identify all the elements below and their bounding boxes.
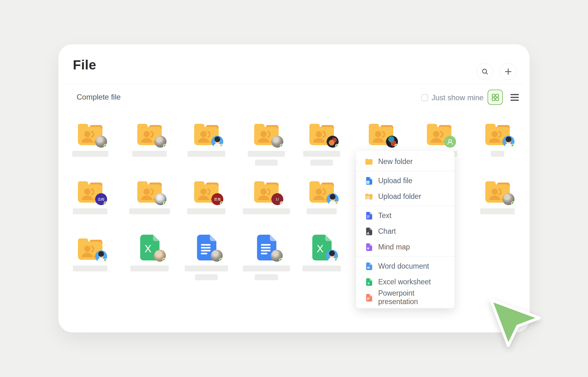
grid-item-folder[interactable]: 世旭 [180,173,233,214]
upload-folder-icon [365,192,373,201]
grid-item-folder[interactable] [471,173,524,214]
status-dot-green [162,258,166,262]
owner-avatar [154,250,166,262]
menu-item-label: Excel worksheet [378,278,431,286]
file-icon-wrap: X [303,230,340,260]
menu-group: Text Chart Mind map [356,206,455,256]
list-view-icon [510,94,519,95]
grid-item-folder[interactable] [295,173,348,214]
upload-file-icon [365,177,373,185]
menu-item-label: Word document [378,262,429,270]
search-icon [482,68,488,75]
file-icon-wrap [71,230,109,260]
grid-view-icon [491,93,499,101]
svg-text:x: x [368,281,369,285]
mindmap-file-icon [365,243,373,251]
menu-item-new-folder[interactable]: New folder [356,154,455,169]
file-icon-wrap [303,173,340,203]
file-icon-wrap [131,116,168,146]
filename-skeleton [480,208,515,214]
view-list-button[interactable] [508,90,521,105]
owner-avatar [327,193,339,205]
section-label: Complete file [77,93,121,101]
grid-item-folder[interactable] [240,116,293,166]
owner-avatar: LI [271,193,283,205]
filename-skeleton [195,274,218,280]
grid-item-folder[interactable] [180,116,233,157]
menu-item-label: Text [378,211,391,220]
menu-item-label: Mind map [378,243,410,251]
file-icon-wrap [420,116,458,146]
avatar-initials: 志程 [98,197,105,202]
menu-item-upload-folder[interactable]: Upload folder [356,188,455,204]
owner-avatar [155,193,166,205]
file-icon-wrap [479,173,516,203]
new-item-context-menu: New folder Upload file Upload folder Tex… [356,151,455,308]
just-show-mine-checkbox[interactable] [421,94,428,101]
grid-item-folder[interactable] [63,230,117,271]
menu-item-word-document[interactable]: w Word document [356,258,455,274]
filename-skeleton [72,151,108,157]
just-show-mine-label: Just show mine [432,93,483,102]
header-divider [65,84,523,84]
filename-skeleton [132,151,167,157]
owner-avatar [211,250,223,262]
filename-skeleton [310,160,333,166]
menu-item-mind-map[interactable]: Mind map [356,239,455,255]
owner-avatar [327,136,339,148]
grid-item-folder[interactable] [295,116,348,166]
owner-avatar [386,136,398,148]
status-dot-green [104,259,107,262]
status-dot-green [104,144,107,148]
filename-skeleton [248,151,285,157]
menu-item-powerpoint-presentation[interactable]: P Powerpoint presentation [356,290,455,305]
grid-item-folder[interactable]: 志程 [63,173,117,214]
filename-skeleton [187,208,226,214]
just-show-mine-filter[interactable]: Just show mine [421,93,483,102]
grid-item-folder[interactable] [123,173,176,214]
status-dot-green [279,258,283,262]
owner-avatar [444,136,456,148]
menu-item-chart[interactable]: Chart [356,223,455,239]
menu-item-label: New folder [378,157,413,166]
menu-item-upload-file[interactable]: Upload file [356,173,455,188]
file-icon-wrap [71,116,109,146]
menu-item-label: Chart [378,227,396,236]
menu-group: New folder [356,152,455,171]
file-icon-wrap [188,116,225,146]
status-dot-green [104,201,107,205]
file-icon-wrap: X [131,230,168,260]
search-button[interactable] [476,63,493,80]
file-icon-wrap [188,230,225,260]
menu-item-excel-worksheet[interactable]: x Excel worksheet [356,274,455,290]
filename-skeleton [129,208,170,214]
view-grid-button[interactable] [487,90,503,105]
status-dot-orange [335,201,339,205]
new-folder-icon [365,157,373,166]
filename-skeleton [307,208,337,214]
plus-icon [504,68,512,75]
grid-item-excel[interactable]: X [295,230,348,271]
owner-avatar [503,193,514,205]
grid-item-folder[interactable] [123,116,176,157]
filename-skeleton [130,265,169,271]
menu-item-text[interactable]: Text [356,208,455,223]
filename-skeleton [243,208,290,214]
grid-item-folder[interactable] [63,116,117,157]
file-icon-wrap: 世旭 [188,173,225,203]
grid-item-folder[interactable] [471,116,524,157]
avatar-initials: LI [276,197,279,201]
add-button[interactable] [500,63,516,80]
grid-item-doc[interactable] [240,230,293,280]
grid-item-excel[interactable]: X [123,230,176,271]
status-dot-orange [280,201,283,205]
file-icon-wrap: LI [248,173,285,203]
grid-item-folder[interactable]: LI [240,173,293,214]
grid-item-doc[interactable] [180,230,233,280]
owner-avatar [503,136,514,148]
svg-text:X: X [144,243,151,254]
menu-item-label: Powerpoint presentation [378,289,455,306]
filename-skeleton [73,208,107,214]
filename-skeleton [255,274,278,280]
file-icon-wrap [248,116,285,146]
